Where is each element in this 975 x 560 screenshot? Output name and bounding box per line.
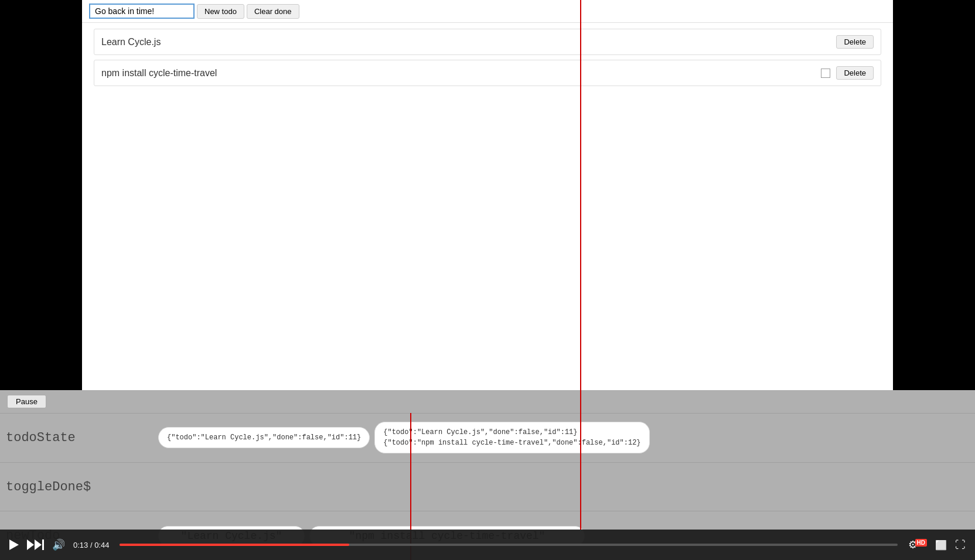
skip-bar [42, 539, 44, 550]
row-label-toggledone: toggleDone$ [0, 480, 158, 494]
timeline-row-toggledone: toggleDone$ [0, 462, 975, 511]
volume-icon: 🔊 [52, 538, 65, 551]
row-content-toggledone [158, 463, 975, 511]
skip-icon [27, 539, 44, 550]
volume-button[interactable]: 🔊 [52, 538, 65, 551]
progress-bar[interactable] [120, 544, 897, 546]
row-content-todostate: {"todo":"Learn Cycle.js","done":false,"i… [158, 414, 975, 462]
video-controls: 🔊 0:13 / 0:44 ⚙ HD ⬜ ⛶ [0, 530, 975, 560]
bottom-panel: Pause todoState {"todo":"Learn Cycle.js"… [0, 390, 975, 560]
pause-button[interactable]: Pause [7, 395, 46, 408]
delete-button[interactable]: Delete [836, 66, 874, 80]
time-display: 0:13 / 0:44 [73, 541, 109, 549]
timeline-row-todostate: todoState {"todo":"Learn Cycle.js","done… [0, 413, 975, 462]
skip-tri2 [35, 539, 42, 550]
toolbar: New todo Clear done [82, 0, 893, 23]
clear-done-button[interactable]: Clear done [247, 4, 299, 19]
new-todo-button[interactable]: New todo [197, 4, 244, 19]
play-icon [9, 539, 19, 550]
pause-row: Pause [0, 390, 975, 413]
todo-checkbox[interactable] [821, 69, 830, 78]
todo-item: npm install cycle-time-travel Delete [94, 60, 881, 86]
theater-icon: ⬜ [935, 539, 947, 551]
delete-button[interactable]: Delete [836, 35, 874, 49]
skip-button[interactable] [27, 539, 44, 550]
progress-fill [120, 544, 349, 546]
settings-button[interactable]: ⚙ HD [908, 538, 927, 551]
todo-item: Learn Cycle.js Delete [94, 29, 881, 55]
state-bubble-2: {"todo":"Learn Cycle.js","done":false,"i… [374, 422, 649, 453]
todo-input[interactable] [89, 4, 195, 19]
state-bubble-1: {"todo":"Learn Cycle.js","done":false,"i… [158, 427, 370, 448]
fullscreen-button[interactable]: ⛶ [955, 539, 966, 551]
todo-text: npm install cycle-time-travel [101, 68, 821, 78]
theater-button[interactable]: ⬜ [935, 539, 947, 551]
todo-text: Learn Cycle.js [101, 37, 836, 47]
fullscreen-icon: ⛶ [955, 539, 966, 551]
row-label-todostate: todoState [0, 431, 158, 445]
hd-badge: HD [915, 539, 927, 547]
skip-tri1 [27, 539, 34, 550]
play-button[interactable] [9, 539, 19, 550]
